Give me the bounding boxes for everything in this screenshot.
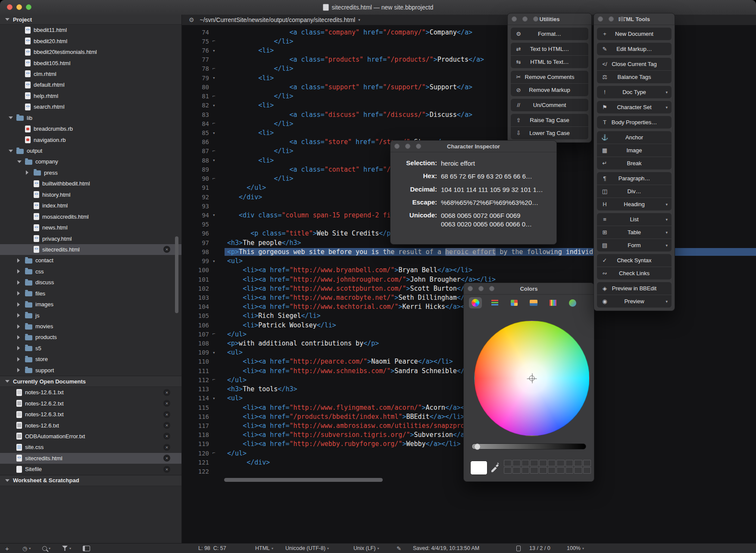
fold-end-icon[interactable]: ⌐ <box>209 94 227 99</box>
minimize-icon[interactable] <box>522 16 528 22</box>
color-swatch-slot[interactable] <box>512 467 520 474</box>
utilities-palette-titlebar[interactable]: Utilities <box>508 13 591 25</box>
remove-markup-button[interactable]: ⊘Remove Markup <box>511 84 588 96</box>
color-swatch-slot[interactable] <box>565 460 573 466</box>
color-wheel-tab[interactable] <box>469 297 482 308</box>
fold-open-icon[interactable]: ▾ <box>209 103 227 108</box>
list-button[interactable]: ≡List▾ <box>597 213 672 226</box>
open-document-item[interactable]: site.css× <box>0 442 181 452</box>
heading-button[interactable]: HHeading▾ <box>597 198 672 211</box>
zoom-icon[interactable] <box>533 16 538 22</box>
fold-end-icon[interactable]: ⌐ <box>209 331 227 337</box>
project-tree-item[interactable]: output <box>0 145 181 156</box>
color-swatch-slot[interactable] <box>504 467 512 474</box>
open-document-item[interactable]: notes-12.6.2.txt× <box>0 398 181 408</box>
close-icon[interactable] <box>468 286 473 291</box>
color-swatch-slot[interactable] <box>574 460 582 466</box>
horizontal-scrollbar[interactable] <box>224 478 383 482</box>
worksheet-section-header[interactable]: Worksheet & Scratchpad <box>0 475 181 486</box>
close-document-icon[interactable]: × <box>163 433 170 440</box>
project-tree-item[interactable]: press <box>0 167 181 178</box>
color-swatch-slot[interactable] <box>556 460 564 466</box>
disclosure-triangle[interactable] <box>17 324 20 329</box>
table-button[interactable]: ⊞Table▾ <box>597 226 672 239</box>
fold-open-icon[interactable]: ▾ <box>209 157 227 163</box>
project-tree-item[interactable]: default.rhtml <box>0 79 181 90</box>
project-tree-item[interactable]: breadcrumbs.rb <box>0 123 181 134</box>
fold-end-icon[interactable]: ⌐ <box>209 176 227 182</box>
filter-menu-button[interactable]: ▾ <box>62 544 71 553</box>
gear-icon[interactable]: ⚙ <box>189 16 194 23</box>
project-tree-item[interactable]: css <box>0 266 181 277</box>
brightness-slider[interactable] <box>472 443 586 449</box>
disclosure-triangle[interactable] <box>17 269 20 273</box>
project-tree-item[interactable]: store <box>0 354 181 364</box>
code-line-text[interactable]: <a class="support" href="/support/">Supp… <box>227 83 756 91</box>
check-links-button[interactable]: ∾Check Links <box>597 267 672 280</box>
project-section-header[interactable]: Project <box>0 15 181 25</box>
color-swatch-slot[interactable] <box>539 467 547 474</box>
fold-end-icon[interactable]: ⌐ <box>209 148 227 154</box>
code-line-text[interactable]: </li> <box>227 65 756 72</box>
disclosure-triangle[interactable] <box>5 380 9 383</box>
disclosure-triangle[interactable] <box>17 280 20 285</box>
colors-panel-titlebar[interactable]: Colors <box>464 283 594 295</box>
form-button[interactable]: ▤Form▾ <box>597 239 672 251</box>
plugin-tab[interactable] <box>566 297 579 308</box>
open-document-item[interactable]: Sitefile× <box>0 464 181 474</box>
paragraph-button[interactable]: ¶Paragraph… <box>597 172 672 185</box>
project-tree-item[interactable]: js <box>0 310 181 320</box>
open-document-item[interactable]: notes-12.6.1.txt× <box>0 387 181 398</box>
break-button[interactable]: ↵Break <box>597 157 672 170</box>
project-tree-item[interactable]: sitecredits.html× <box>0 244 181 255</box>
zoom-icon[interactable] <box>489 286 494 291</box>
close-document-icon[interactable]: × <box>163 389 170 396</box>
disclosure-triangle[interactable] <box>26 170 28 175</box>
pencils-tab[interactable] <box>547 297 559 308</box>
anchor-button[interactable]: ⚓Anchor <box>597 131 672 144</box>
project-tree-item[interactable]: clm.rhtml <box>0 69 181 79</box>
eyedropper-icon[interactable] <box>490 462 500 473</box>
color-sliders-tab[interactable] <box>488 297 501 308</box>
close-document-icon[interactable]: × <box>163 400 170 407</box>
color-swatch-slot[interactable] <box>530 467 538 474</box>
project-tree-item[interactable]: bbedit105.html <box>0 57 181 68</box>
project-tree-item[interactable]: mosaiccredits.html <box>0 211 181 222</box>
html-to-text-button[interactable]: ⇆HTML to Text… <box>511 56 588 68</box>
project-tree-item[interactable]: bbedit20testimonials.html <box>0 47 181 57</box>
project-tree-item[interactable]: company <box>0 156 181 167</box>
open-document-item[interactable]: notes-12.6.txt× <box>0 420 181 430</box>
html-tools-palette-titlebar[interactable]: HTML Tools <box>594 13 675 25</box>
code-line-text[interactable]: <li><a href="http://www.johnbrougher.com… <box>227 276 756 283</box>
zoom-icon[interactable] <box>416 144 421 149</box>
project-tree-item[interactable]: movies <box>0 321 181 332</box>
close-document-icon[interactable]: × <box>163 466 170 473</box>
cursor-position[interactable]: L: 98 C: 57 <box>198 544 226 553</box>
code-line-text[interactable]: <li><a href="http://www.bryanbell.com/">… <box>227 266 756 274</box>
minimize-icon[interactable] <box>609 16 614 22</box>
disclosure-triangle[interactable] <box>17 313 20 317</box>
project-tree-item[interactable]: builtwithbbedit.html <box>0 178 181 189</box>
disclosure-triangle[interactable] <box>17 258 20 263</box>
close-document-icon[interactable]: × <box>163 444 170 451</box>
search-menu-button[interactable]: ▾ <box>42 544 50 553</box>
close-document-icon[interactable]: × <box>163 455 170 462</box>
minimize-icon[interactable] <box>405 144 410 149</box>
code-line-text[interactable]: <li> <box>227 101 756 109</box>
color-swatch-slot[interactable] <box>548 460 556 466</box>
zoom-icon[interactable] <box>619 16 625 22</box>
color-swatch-slot[interactable] <box>539 460 547 466</box>
project-tree-item[interactable]: bbedit20.html <box>0 35 181 46</box>
language-popup[interactable]: HTML▾ <box>255 544 273 553</box>
minimize-icon[interactable] <box>478 286 484 291</box>
disclosure-triangle[interactable] <box>17 357 20 361</box>
edit-markup-button[interactable]: ✎Edit Markup… <box>597 43 672 55</box>
project-tree-item[interactable]: lib <box>0 113 181 123</box>
preview-button[interactable]: ◉Preview▾ <box>597 295 672 308</box>
check-syntax-button[interactable]: ✓Check Syntax <box>597 254 672 267</box>
image-palettes-tab[interactable] <box>527 297 540 308</box>
lower-tag-case-button[interactable]: ⇩Lower Tag Case <box>511 127 588 139</box>
disclosure-triangle[interactable] <box>5 18 9 21</box>
disclosure-triangle[interactable] <box>17 302 20 307</box>
disclosure-triangle[interactable] <box>9 150 13 152</box>
